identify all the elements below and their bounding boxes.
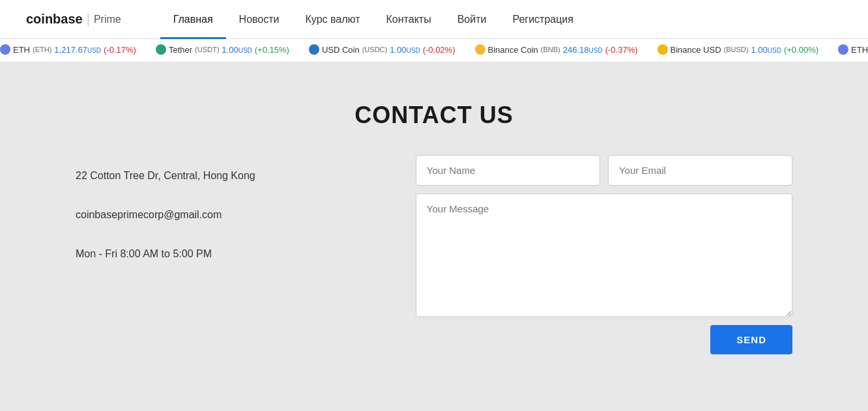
logo-coinbase: coinbase bbox=[26, 12, 83, 27]
ticker-busd: Binance USD (BUSD) 1.00USD (+0.00%) bbox=[658, 44, 819, 55]
nav-item-rates[interactable]: Курс валют bbox=[293, 0, 373, 39]
contact-hours: Mon - Fri 8:00 AM to 5:00 PM bbox=[76, 246, 390, 262]
send-button[interactable]: SEND bbox=[710, 325, 792, 354]
usdt-change: (+0.15%) bbox=[255, 45, 289, 55]
contact-title: CONTACT US bbox=[354, 102, 513, 129]
contact-address: 22 Cotton Tree Dr, Central, Hong Kong bbox=[76, 168, 390, 184]
logo-prime: Prime bbox=[94, 14, 121, 25]
eth-price: 1,217.67USD bbox=[54, 45, 101, 55]
usdt-icon bbox=[156, 44, 166, 55]
eth-change: (-0.17%) bbox=[104, 45, 136, 55]
ticker-eth: ETH (ETH) 1,217.67USD (-0.17%) bbox=[0, 44, 136, 55]
busd-price: 1.00USD bbox=[751, 45, 781, 55]
usdc-name: USD Coin bbox=[322, 45, 360, 55]
usdc-price: 1.00USD bbox=[390, 45, 420, 55]
usdc-icon bbox=[309, 44, 319, 55]
bnb-symbol: (BNB) bbox=[541, 46, 560, 53]
message-textarea[interactable] bbox=[416, 193, 792, 317]
usdc-symbol: (USDC) bbox=[362, 46, 388, 53]
bnb-price: 246.18USD bbox=[563, 45, 603, 55]
contact-form: SEND bbox=[416, 155, 792, 354]
busd-name: Binance USD bbox=[671, 45, 721, 55]
form-top-row bbox=[416, 155, 792, 186]
bnb-change: (-0.37%) bbox=[605, 45, 638, 55]
eth-icon-2 bbox=[838, 44, 848, 55]
usdc-change: (-0.02%) bbox=[423, 45, 456, 55]
contact-info: 22 Cotton Tree Dr, Central, Hong Kong co… bbox=[76, 155, 390, 285]
send-btn-row: SEND bbox=[416, 325, 792, 354]
busd-symbol: (BUSD) bbox=[724, 46, 749, 53]
contact-layout: 22 Cotton Tree Dr, Central, Hong Kong co… bbox=[76, 155, 792, 354]
header: coinbase | Prime Главная Новости Курс ва… bbox=[0, 0, 868, 39]
nav-item-register[interactable]: Регистрация bbox=[499, 0, 586, 39]
ticker-bar: ETH (ETH) 1,217.67USD (-0.17%) Tether (U… bbox=[0, 39, 868, 63]
usdt-price: 1.00USD bbox=[222, 45, 252, 55]
eth-symbol: (ETH) bbox=[33, 46, 51, 53]
ticker-bnb: Binance Coin (BNB) 246.18USD (-0.37%) bbox=[475, 44, 638, 55]
usdt-symbol: (USDT) bbox=[195, 46, 219, 53]
eth-icon bbox=[0, 44, 10, 55]
email-input[interactable] bbox=[608, 155, 792, 186]
busd-icon bbox=[658, 44, 668, 55]
eth-name: ETH bbox=[13, 45, 30, 55]
contact-email: coinbaseprimecorp@gmail.com bbox=[76, 207, 390, 223]
ticker-eth-2: ETH (ETH) 1,217.67USD (-0.17%) bbox=[838, 44, 868, 55]
main-content: CONTACT US 22 Cotton Tree Dr, Central, H… bbox=[0, 63, 868, 411]
usdt-name: Tether bbox=[169, 45, 192, 55]
bnb-name: Binance Coin bbox=[488, 45, 538, 55]
ticker-usdt: Tether (USDT) 1.00USD (+0.15%) bbox=[156, 44, 289, 55]
nav-item-login[interactable]: Войти bbox=[444, 0, 500, 39]
name-input[interactable] bbox=[416, 155, 600, 186]
bnb-icon bbox=[475, 44, 485, 55]
logo[interactable]: coinbase | Prime bbox=[26, 12, 121, 27]
ticker-inner: ETH (ETH) 1,217.67USD (-0.17%) Tether (U… bbox=[0, 44, 868, 55]
nav-item-home[interactable]: Главная bbox=[160, 0, 226, 39]
busd-change: (+0.00%) bbox=[784, 45, 818, 55]
nav-item-contacts[interactable]: Контакты bbox=[373, 0, 444, 39]
main-nav: Главная Новости Курс валют Контакты Войт… bbox=[160, 0, 842, 39]
nav-item-news[interactable]: Новости bbox=[226, 0, 293, 39]
logo-divider: | bbox=[87, 12, 90, 27]
ticker-usdc: USD Coin (USDC) 1.00USD (-0.02%) bbox=[309, 44, 456, 55]
